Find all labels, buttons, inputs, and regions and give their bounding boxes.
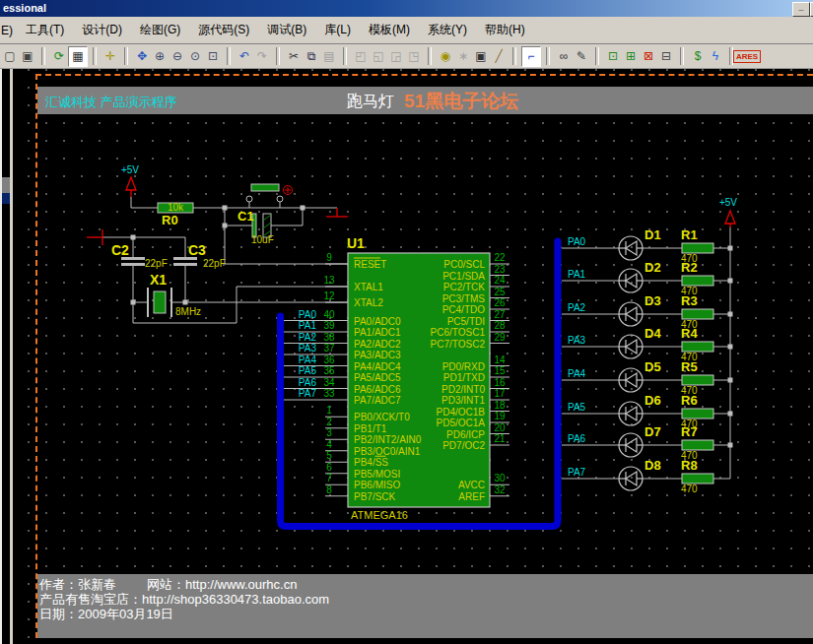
led-row-D1[interactable]: PA0D1R1470	[562, 227, 733, 264]
zoom-in-icon[interactable]: ⊕	[151, 47, 169, 66]
paste-icon[interactable]: ▤	[320, 47, 338, 66]
pin-number: 33	[323, 388, 335, 399]
cut-icon[interactable]: ✂	[285, 47, 303, 66]
pin-number: 4	[326, 439, 332, 450]
block-move-icon[interactable]: ◱	[370, 47, 387, 66]
new-file-icon[interactable]: ▢	[1, 47, 19, 66]
pin-number: 20	[494, 422, 506, 433]
zoom-out-icon[interactable]: ⊖	[169, 47, 186, 66]
menu-item-4[interactable]: 调试(B)	[258, 22, 315, 38]
resistor-body[interactable]	[682, 309, 713, 319]
c1-value: 10uF	[251, 234, 274, 245]
resistor-value: 470	[681, 483, 698, 494]
c3-value: 22pF	[203, 258, 226, 269]
led-ref: D6	[644, 393, 661, 408]
new-file-glyph: ▢	[4, 50, 15, 62]
pin-name: PC7/TOSC2	[431, 339, 486, 350]
zoom-area-icon[interactable]: ⊡	[204, 47, 222, 66]
led-row-D5[interactable]: PA4D5R5470	[562, 359, 733, 396]
search-tag-icon[interactable]: ∞	[555, 47, 573, 66]
push-button[interactable]	[246, 184, 293, 202]
led-row-D7[interactable]: PA6D7R7470	[562, 424, 733, 461]
junction-dot	[728, 312, 733, 317]
menu-item-0[interactable]: 工具(T)	[17, 22, 73, 38]
resistor-body[interactable]	[682, 243, 713, 253]
zoom-all-icon[interactable]: ⊙	[186, 47, 204, 66]
capacitor-c2[interactable]	[121, 257, 145, 266]
pin-tool-icon[interactable]: ∗	[454, 47, 472, 66]
net-label: PA0	[568, 236, 586, 247]
menu-item-partial[interactable]: E)	[0, 24, 17, 37]
menu-item-1[interactable]: 设计(D)	[73, 22, 131, 38]
toolbar-separator	[595, 47, 599, 65]
copy-icon[interactable]: ⧉	[303, 47, 320, 66]
resistor-body[interactable]	[682, 474, 713, 483]
undo-glyph: ↶	[239, 50, 249, 62]
resistor-body[interactable]	[682, 375, 713, 385]
selector-item-selected[interactable]	[2, 193, 10, 204]
resistor-body[interactable]	[682, 342, 713, 352]
resistor-body[interactable]	[682, 440, 713, 450]
remove-sheet-icon[interactable]: ⊠	[640, 47, 657, 66]
pin-number: 28	[494, 320, 506, 331]
junction-dot	[728, 412, 733, 417]
menu-item-3[interactable]: 源代码(S)	[189, 22, 258, 38]
led-row-D3[interactable]: PA2D3R3470	[562, 293, 733, 330]
design-explorer-icon[interactable]: ⊡	[604, 47, 622, 66]
block-delete-icon[interactable]: ◳	[405, 47, 423, 66]
origin-icon[interactable]: ✛	[102, 47, 119, 66]
minimize-button[interactable]: _	[792, 2, 810, 17]
menu-item-2[interactable]: 绘图(G)	[131, 22, 189, 38]
menu-item-8[interactable]: 帮助(H)	[476, 22, 534, 38]
pin-number: 7	[326, 473, 332, 483]
find-part-icon[interactable]: ◉	[437, 47, 454, 66]
pin-number: 32	[494, 484, 506, 495]
menu-item-7[interactable]: 系统(Y)	[419, 22, 476, 38]
pin-number: 6	[326, 462, 332, 473]
property-assign-icon[interactable]: ✎	[573, 47, 590, 66]
net-label: PA3	[299, 343, 317, 354]
capacitor-c3[interactable]	[173, 257, 197, 266]
netlist-to-ares-icon[interactable]: ARES	[738, 47, 756, 66]
cut-glyph: ✂	[289, 50, 299, 62]
led-row-D4[interactable]: PA3D4R4470	[562, 326, 733, 362]
block-rotate-icon[interactable]: ◲	[387, 47, 405, 66]
goto-sheet-icon[interactable]: ⊟	[657, 47, 675, 66]
junction-dot	[728, 246, 733, 251]
pin-name: PB3/OC0/AIN1	[354, 446, 421, 457]
block-copy-icon[interactable]: ◰	[352, 47, 370, 66]
selector-item[interactable]	[2, 177, 10, 193]
pin-name: AREF	[458, 491, 485, 502]
menu-item-6[interactable]: 模板(M)	[360, 22, 419, 38]
led-ref: D2	[644, 260, 661, 275]
grid-toggle-icon[interactable]: ▦	[68, 46, 88, 67]
resistor-body[interactable]	[682, 276, 713, 286]
decompose-icon[interactable]: ╱	[490, 47, 508, 66]
pin-name: PD2/INT0	[441, 384, 485, 395]
undo-icon[interactable]: ↶	[236, 47, 253, 66]
package-tool-icon[interactable]: ▣	[472, 47, 490, 66]
block-delete-glyph: ◳	[408, 50, 419, 62]
menu-item-5[interactable]: 库(L)	[315, 22, 360, 38]
redo-icon[interactable]: ↷	[253, 47, 271, 66]
pan-icon[interactable]: ✥	[133, 47, 151, 66]
find-part-glyph: ◉	[440, 50, 450, 62]
net-label: PA6	[568, 433, 586, 444]
pin-name: XTAL1	[354, 282, 383, 292]
object-selector-partial[interactable]	[0, 69, 13, 644]
decompose-glyph: ╱	[495, 50, 502, 62]
wire-autorouter-icon[interactable]: ⌐	[521, 46, 541, 67]
pin-number: 37	[323, 343, 335, 354]
led-row-D8[interactable]: PA7D8R8470	[562, 458, 730, 494]
crystal-x1[interactable]	[148, 288, 171, 317]
new-sheet-icon[interactable]: ⊞	[622, 47, 640, 66]
resistor-body[interactable]	[682, 409, 713, 419]
electrical-rule-check-icon[interactable]: ϟ	[707, 47, 724, 66]
bill-of-materials-icon[interactable]: $	[689, 47, 707, 66]
pin-number: 38	[323, 332, 335, 343]
led-row-D2[interactable]: PA1D2R2470	[562, 260, 733, 296]
remove-sheet-glyph: ⊠	[644, 50, 653, 62]
redraw-icon[interactable]: ⟳	[50, 47, 68, 66]
schematic-drawing: U1ATMEGA169RESET13XTAL112XTAL2PA040PA0/A…	[0, 0, 813, 644]
save-file-icon[interactable]: ▣	[19, 47, 36, 66]
